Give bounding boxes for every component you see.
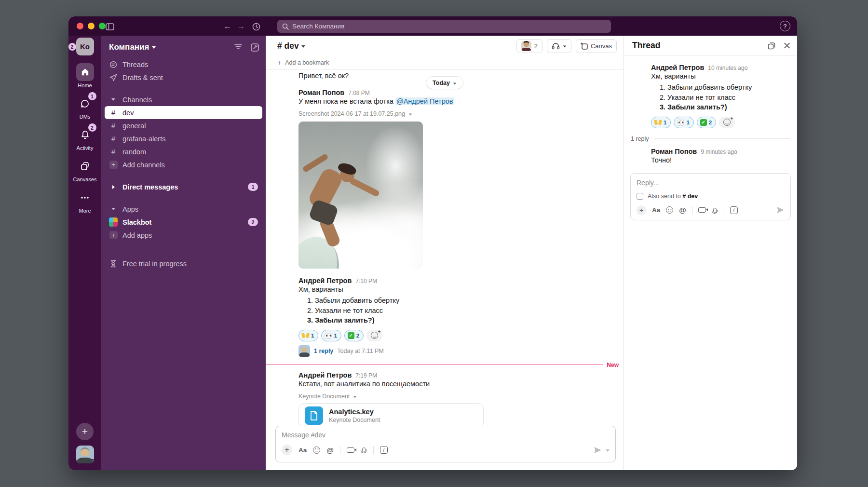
popout-icon[interactable]	[768, 42, 775, 50]
dms-icon[interactable]: 1	[76, 95, 94, 112]
apps-section-header[interactable]: Apps	[101, 203, 266, 216]
reaction-check-mark[interactable]: ✓ 2	[344, 330, 364, 341]
message[interactable]: Роман Попов 7:08 PM У меня пока не встал…	[266, 89, 624, 269]
emoji-button[interactable]	[313, 446, 320, 454]
audio-button[interactable]	[713, 208, 717, 213]
activity-icon[interactable]: 2	[76, 126, 94, 144]
file-attachment-card[interactable]: Analytics.key Keynote Document	[298, 403, 484, 428]
add-channels-button[interactable]: + Add channels	[101, 158, 266, 171]
close-icon[interactable]	[783, 42, 790, 49]
sidebar-channel-dev[interactable]: # dev	[105, 106, 262, 119]
send-options-chevron[interactable]	[606, 449, 610, 452]
bookmarks-bar[interactable]: + Add a bookmark	[266, 56, 624, 70]
reaction-eyes[interactable]: 1	[321, 330, 341, 341]
workspace-name[interactable]: Компания	[109, 42, 149, 52]
minimize-window-button[interactable]	[88, 23, 95, 29]
filter-icon[interactable]	[234, 43, 242, 52]
sidebar-channel-random[interactable]: # random	[101, 145, 266, 158]
message-timestamp[interactable]: 10 minutes ago	[708, 65, 747, 71]
history-clock-icon[interactable]	[250, 21, 262, 32]
mention-button[interactable]: @	[326, 446, 334, 454]
sidebar-toggle-icon[interactable]	[104, 21, 116, 32]
chevron-down-icon[interactable]	[409, 114, 412, 116]
thread-root-message[interactable]: Андрей Петров 10 minutes ago Хм, вариант…	[624, 64, 797, 128]
message-timestamp[interactable]: 7:19 PM	[355, 372, 377, 379]
reaction-raising-hands[interactable]: 1	[651, 117, 671, 128]
attachment-type-label[interactable]: Keynote Document	[298, 393, 350, 400]
channel-title[interactable]: # dev	[277, 41, 305, 51]
shortcuts-button[interactable]: /	[380, 446, 388, 454]
message-composer[interactable]: Message #dev + Aa @ /	[275, 426, 616, 462]
also-send-checkbox[interactable]	[637, 193, 643, 200]
reaction-raising-hands[interactable]: 1	[298, 330, 318, 341]
message-author[interactable]: Андрей Петров	[298, 277, 352, 284]
composer-placeholder[interactable]: Message #dev	[282, 431, 610, 439]
thread-reply-message[interactable]: Роман Попов 9 minutes ago Точно!	[624, 148, 797, 165]
mention-button[interactable]: @	[679, 206, 686, 214]
attach-button[interactable]: +	[637, 205, 646, 215]
sidebar-channel-general[interactable]: # general	[101, 119, 266, 132]
search-input[interactable]: Search Компания	[277, 20, 611, 33]
video-button[interactable]	[698, 207, 706, 213]
formatting-button[interactable]: Aa	[652, 206, 660, 214]
reaction-check-mark[interactable]: ✓ 2	[697, 117, 716, 128]
send-button[interactable]	[594, 446, 602, 454]
sidebar-channel-grafana-alerts[interactable]: # grafana-alerts	[101, 132, 266, 145]
attachment-filename[interactable]: Screenshot 2024-06-17 at 19.07.25.png	[298, 110, 405, 117]
canvases-icon[interactable]	[76, 157, 94, 175]
message[interactable]: Андрей Петров 7:10 PM Хм, варианты Забыл…	[266, 277, 624, 357]
message-author[interactable]: Роман Попов	[651, 148, 697, 155]
close-window-button[interactable]	[77, 23, 83, 29]
sidebar-item-drafts[interactable]: Drafts & sent	[101, 71, 266, 84]
members-button[interactable]: 2	[516, 39, 542, 53]
add-apps-button[interactable]: + Add apps	[101, 229, 266, 242]
formatting-button[interactable]: Aa	[298, 446, 307, 454]
attachment-image[interactable]	[298, 122, 423, 269]
dm-section-header[interactable]: Direct messages 1	[101, 180, 266, 193]
emoji-button[interactable]	[666, 206, 673, 214]
home-icon[interactable]	[76, 63, 94, 81]
rail-item-more[interactable]: More	[76, 189, 94, 214]
user-mention[interactable]: @Андрей Петров	[395, 97, 454, 105]
send-button[interactable]	[776, 206, 785, 214]
reaction-eyes[interactable]: 1	[674, 117, 693, 128]
rail-item-canvases[interactable]: Canvases	[73, 157, 97, 182]
add-reaction-button[interactable]	[719, 117, 735, 128]
huddle-button[interactable]	[547, 39, 571, 53]
history-forward-icon[interactable]: →	[235, 21, 247, 32]
message-author[interactable]: Андрей Петров	[651, 64, 704, 71]
attach-button[interactable]: +	[282, 445, 292, 455]
thread-reply-bar[interactable]: 1 reply Today at 7:11 PM	[298, 345, 624, 357]
rail-item-home[interactable]: Home	[76, 63, 94, 88]
canvas-button[interactable]: Canvas	[576, 39, 617, 53]
shortcuts-button[interactable]: /	[730, 206, 738, 214]
caret-right-icon	[112, 185, 115, 189]
compose-icon[interactable]	[251, 43, 259, 52]
message[interactable]: Андрей Петров 7:19 PM Кстати, вот аналит…	[266, 371, 624, 428]
workspace-switcher[interactable]: 2 Ko	[76, 38, 94, 55]
sidebar-item-threads[interactable]: Threads	[101, 58, 266, 71]
message-author[interactable]: Роман Попов	[298, 89, 344, 96]
create-new-button[interactable]: +	[76, 423, 94, 440]
date-divider-pill[interactable]: Today	[426, 76, 463, 89]
message-author[interactable]: Андрей Петров	[298, 371, 352, 379]
message-timestamp[interactable]: 7:08 PM	[348, 90, 370, 96]
rail-item-activity[interactable]: 2 Activity	[76, 126, 94, 151]
reply-placeholder[interactable]: Reply...	[637, 179, 785, 187]
rail-item-dms[interactable]: 1 DMs	[76, 95, 94, 120]
channels-section-header[interactable]: Channels	[101, 93, 266, 106]
more-icon[interactable]	[76, 189, 94, 206]
sidebar-item-slackbot[interactable]: Slackbot 2	[101, 216, 266, 229]
help-icon[interactable]: ?	[780, 21, 790, 31]
video-button[interactable]	[347, 447, 354, 453]
user-avatar[interactable]	[76, 446, 94, 463]
reply-count-link[interactable]: 1 reply	[314, 348, 333, 354]
reply-composer[interactable]: Reply... Also send to # dev + Aa @	[630, 173, 791, 220]
free-trial-banner[interactable]: Free trial in progress	[101, 257, 266, 270]
chevron-down-icon[interactable]	[353, 396, 356, 398]
audio-button[interactable]	[362, 447, 366, 452]
history-back-icon[interactable]: ←	[222, 21, 233, 32]
message-timestamp[interactable]: 7:10 PM	[355, 278, 377, 284]
message-timestamp[interactable]: 9 minutes ago	[701, 149, 737, 155]
add-reaction-button[interactable]	[366, 330, 382, 341]
